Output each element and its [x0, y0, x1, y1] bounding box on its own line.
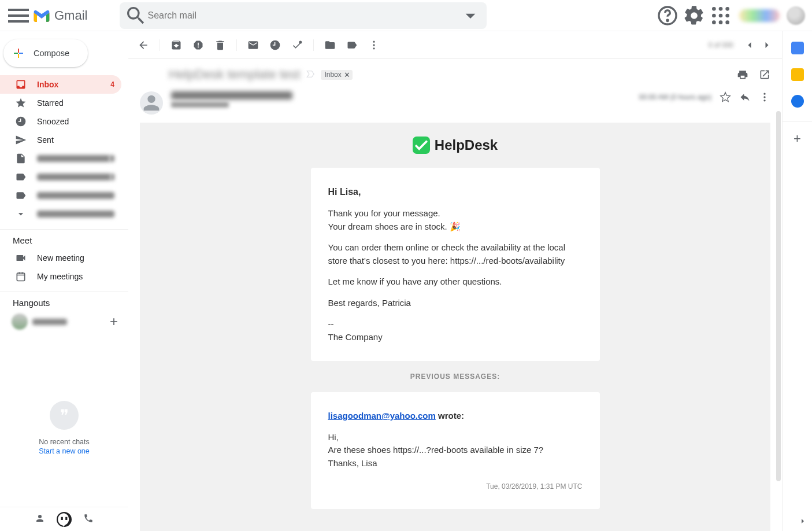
helpdesk-logo: HelpDesk [140, 137, 770, 154]
no-chats-text: No recent chats [39, 438, 90, 446]
svg-point-17 [763, 96, 765, 98]
snooze-button[interactable] [269, 39, 281, 51]
support-button[interactable] [656, 4, 679, 27]
gmail-logo[interactable]: Gmail [32, 8, 87, 23]
tasks-addon-icon[interactable] [791, 95, 804, 108]
svg-point-2 [712, 7, 716, 11]
start-new-chat-link[interactable]: Start a new one [39, 447, 90, 455]
spam-button[interactable] [192, 39, 204, 51]
delete-button[interactable] [214, 39, 226, 51]
compose-button[interactable]: Compose [3, 39, 88, 67]
back-button[interactable] [138, 39, 149, 51]
hangouts-section-header: Hangouts [0, 292, 128, 311]
nav-sent[interactable]: Sent [0, 131, 121, 149]
move-to-button[interactable] [324, 39, 336, 51]
nav-snoozed[interactable]: Snoozed [0, 112, 121, 131]
app-header: Gmail [0, 0, 812, 31]
nav-count-redacted [110, 155, 114, 162]
contacts-icon[interactable] [35, 513, 45, 525]
search-options-icon[interactable] [459, 4, 482, 27]
reply-timestamp: Tue, 03/26/2019, 1:31 PM UTC [328, 481, 583, 492]
svg-point-5 [712, 13, 716, 17]
search-icon[interactable] [124, 4, 147, 27]
scrollbar[interactable] [776, 111, 781, 481]
svg-point-10 [725, 20, 729, 24]
meet-my-meetings[interactable]: My meetings [0, 267, 121, 286]
svg-point-7 [725, 13, 729, 17]
mark-unread-button[interactable] [247, 39, 259, 51]
reply-line1: Hi, [328, 432, 339, 442]
calendar-icon [15, 271, 27, 282]
star-message-button[interactable] [720, 91, 731, 103]
svg-point-14 [373, 44, 375, 46]
message-more-button[interactable] [759, 91, 770, 103]
archive-button[interactable] [170, 39, 182, 51]
phone-icon[interactable] [83, 513, 94, 525]
star-icon [15, 97, 27, 109]
svg-point-18 [763, 99, 765, 101]
main-menu-button[interactable] [5, 2, 32, 30]
nav-label: Inbox [37, 80, 110, 89]
search-input[interactable] [147, 10, 459, 21]
nav-inbox[interactable]: Inbox 4 [0, 75, 121, 94]
hangouts-add-button[interactable]: + [110, 314, 118, 330]
nav-more[interactable] [0, 205, 121, 223]
sender-avatar[interactable] [140, 91, 163, 115]
nav-label: Starred [37, 98, 114, 108]
recipient-redacted [171, 102, 229, 108]
nav-drafts[interactable] [0, 149, 121, 168]
more-button[interactable] [368, 39, 380, 51]
side-panel: + [782, 31, 812, 531]
message-toolbar: 0 of 000 [128, 31, 782, 59]
nav-label-redacted [37, 211, 114, 217]
nav-label: New meeting [37, 253, 114, 263]
nav-label-redacted [37, 155, 110, 162]
hangouts-tab-icon[interactable] [57, 512, 72, 527]
search-bar[interactable] [120, 2, 487, 29]
get-addons-button[interactable]: + [783, 121, 812, 146]
hangouts-avatar [12, 314, 28, 330]
svg-point-15 [373, 47, 375, 49]
calendar-addon-icon[interactable] [791, 42, 804, 54]
svg-rect-11 [17, 273, 24, 281]
video-icon [15, 252, 27, 264]
inbox-icon [15, 79, 27, 90]
reply-button[interactable] [739, 91, 751, 103]
reply-line3: Thanks, Lisa [328, 458, 377, 468]
original-sender-link[interactable]: lisagoodman@yahoo.com [328, 411, 436, 421]
keep-addon-icon[interactable] [791, 68, 804, 81]
hangouts-user-row[interactable]: + [0, 311, 128, 332]
nav-starred[interactable]: Starred [0, 94, 121, 112]
svg-point-4 [725, 7, 729, 11]
email-body: HelpDesk Hi Lisa, Thank you for your mes… [140, 123, 770, 531]
nav-count-redacted [111, 174, 114, 180]
nav-custom-label-1[interactable] [0, 168, 121, 186]
print-button[interactable] [737, 69, 748, 80]
nav-label: Snoozed [37, 117, 114, 126]
side-panel-toggle[interactable] [798, 517, 807, 528]
helpdesk-check-icon [413, 137, 430, 154]
inbox-label-chip[interactable]: Inbox✕ [321, 70, 352, 80]
previous-message-card: lisagoodman@yahoo.com wrote: Hi,Are thes… [311, 392, 600, 509]
apps-button[interactable] [709, 4, 732, 27]
chip-remove-icon[interactable]: ✕ [344, 71, 350, 79]
body-line4: Let me know if you have any other questi… [328, 275, 583, 289]
importance-marker[interactable] [306, 69, 316, 81]
profile-avatar[interactable] [787, 6, 805, 25]
file-icon [15, 153, 27, 164]
body-line1: Thank you for your message. [328, 208, 440, 218]
labels-button[interactable] [346, 39, 358, 51]
meet-new-meeting[interactable]: New meeting [0, 249, 121, 267]
message-date-redacted: 00:00 AM (0 hours ago) [639, 93, 711, 101]
label-icon [15, 190, 27, 201]
account-switcher[interactable] [739, 9, 780, 22]
nav-label: My meetings [37, 272, 114, 281]
nav-label-redacted [37, 192, 114, 199]
pagination-info-redacted: 0 of 000 [709, 41, 733, 49]
open-in-new-button[interactable] [759, 69, 770, 80]
add-to-tasks-button[interactable] [291, 39, 303, 51]
next-message-button[interactable] [761, 39, 773, 51]
prev-message-button[interactable] [744, 39, 755, 51]
settings-button[interactable] [683, 4, 706, 27]
nav-custom-label-2[interactable] [0, 186, 121, 205]
